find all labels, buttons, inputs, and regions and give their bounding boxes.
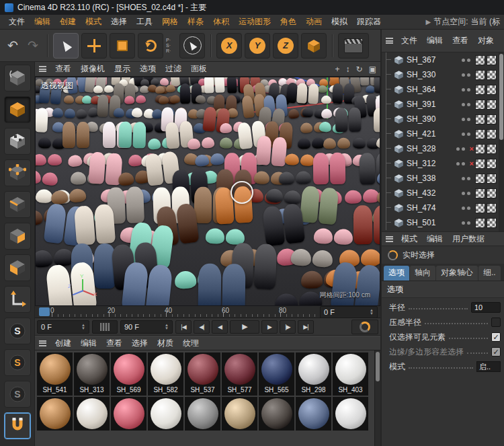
边缘/多边形容差选择-checkbox[interactable]: ✓ (491, 347, 501, 357)
stepper-arrows-icon[interactable]: ▲▼ (165, 324, 169, 330)
end-frame-spinner[interactable]: 90 F ▲▼ (120, 320, 173, 334)
object-menu-文件[interactable]: 文件 (396, 35, 422, 46)
prev-frame-button[interactable]: ◀ (212, 320, 228, 334)
menu-item-创建[interactable]: 创建 (55, 16, 81, 28)
object-name[interactable]: SH_474 (407, 203, 435, 213)
material-item-SH_565[interactable]: SH_565 (259, 352, 294, 396)
visibility-dots[interactable] (462, 59, 470, 62)
object-name[interactable]: SH_501 (407, 218, 435, 227)
visibility-dots[interactable] (456, 162, 465, 165)
hamburger-icon[interactable] (39, 66, 46, 72)
menu-item-网格[interactable]: 网格 (157, 16, 183, 28)
object-name[interactable]: SH_421 (407, 129, 435, 139)
snap-s-icon[interactable]: S (4, 349, 31, 376)
scale-tool-button[interactable] (110, 33, 135, 59)
move-tool-button[interactable] (81, 33, 107, 59)
material-item[interactable] (333, 397, 368, 431)
menu-item-模式[interactable]: 模式 (81, 16, 106, 28)
object-list-scrollbar[interactable] (499, 52, 504, 231)
material-item-SH_582[interactable]: SH_582 (148, 352, 183, 396)
object-row-SH_390[interactable]: SH_390 (382, 112, 504, 126)
object-row-SH_330[interactable]: SH_330 (382, 67, 504, 82)
visibility-dots[interactable] (462, 73, 470, 77)
edge-mode-icon[interactable] (4, 191, 31, 218)
menu-item-跟踪器[interactable]: 跟踪器 (352, 16, 386, 28)
object-row-SH_432[interactable]: SH_432 (382, 186, 504, 200)
object-row-SH_421[interactable]: SH_421 (382, 126, 504, 141)
object-row-SH_338[interactable]: SH_338 (382, 171, 504, 186)
object-row-SH_501[interactable]: SH_501 (382, 215, 504, 230)
material-item[interactable] (222, 397, 257, 431)
material-menu-编辑[interactable]: 编辑 (76, 338, 101, 349)
undo-button[interactable]: ↶ (4, 38, 22, 53)
texture-tag-icon[interactable] (475, 85, 485, 95)
hamburger-icon[interactable] (39, 340, 46, 346)
material-item[interactable] (37, 397, 73, 431)
redo-button[interactable]: ↷ (24, 38, 42, 53)
visibility-dots[interactable] (456, 147, 465, 151)
texture-tag-icon[interactable] (475, 100, 485, 110)
tweak-mode-icon[interactable] (4, 254, 31, 281)
slider-handle-icon[interactable] (100, 323, 110, 331)
texture-tag-icon[interactable] (487, 85, 497, 95)
timeline-ruler[interactable]: 020406080 0 F ▲▼ (35, 306, 380, 318)
pan-view-icon[interactable]: + (335, 65, 340, 74)
material-item[interactable] (259, 397, 294, 431)
texture-tag-icon[interactable] (487, 100, 497, 110)
texture-mode-icon[interactable] (4, 128, 31, 155)
last-tool-button[interactable] (179, 33, 205, 59)
object-row-SH_312[interactable]: SH_312 × (382, 156, 504, 171)
live-selection-tool-button[interactable] (53, 33, 79, 59)
menu-item-体积[interactable]: 体积 (208, 16, 234, 28)
texture-tag-icon[interactable] (475, 129, 485, 139)
object-row-SH_391[interactable]: SH_391 (382, 97, 504, 112)
polygon-mode-icon[interactable] (4, 223, 31, 250)
viewport-scene[interactable] (36, 77, 380, 305)
enable-snap-icon[interactable] (4, 412, 31, 439)
仅选择可见元素-checkbox[interactable]: ✓ (491, 332, 501, 342)
压感半径-checkbox[interactable] (491, 318, 501, 327)
quantize-icon[interactable]: S (4, 381, 31, 408)
rotate-tool-button[interactable] (138, 33, 163, 59)
current-frame-marker[interactable] (39, 307, 50, 316)
半径-input[interactable]: 10 (471, 302, 501, 313)
attribute-menu-编辑[interactable]: 编辑 (422, 233, 448, 245)
current-frame-spinner[interactable]: 0 F ▲▼ (37, 320, 89, 334)
texture-tag-icon[interactable] (487, 70, 497, 80)
render-view-button[interactable] (338, 33, 369, 59)
attribute-menu-用户数据[interactable]: 用户数据 (448, 233, 489, 245)
menu-item-文件[interactable]: 文件 (4, 16, 30, 28)
hamburger-icon[interactable] (386, 236, 393, 242)
tab-对象轴心[interactable]: 对象轴心 (436, 266, 478, 281)
tab-选项[interactable]: 选项 (384, 266, 409, 281)
prev-key-button[interactable]: ◀| (194, 320, 210, 334)
ruler-frame-box[interactable]: 0 F ▲▼ (320, 306, 378, 318)
goto-end-button[interactable]: ▶| (298, 320, 314, 334)
material-scrollbar[interactable] (374, 350, 380, 446)
object-name[interactable]: SH_328 (407, 144, 435, 153)
point-mode-icon[interactable] (4, 159, 31, 186)
texture-tag-icon[interactable] (475, 144, 485, 154)
material-item-SH_298[interactable]: SH_298 (296, 352, 331, 396)
object-menu-查看[interactable]: 查看 (448, 35, 473, 46)
material-menu-选择[interactable]: 选择 (127, 338, 153, 349)
texture-tag-icon[interactable] (475, 174, 485, 184)
toggle-view-icon[interactable]: ▣ (369, 65, 376, 74)
object-row-SH_367[interactable]: SH_367 (382, 52, 504, 67)
material-item-SH_403[interactable]: SH_403 (333, 352, 368, 396)
attribute-menu-模式[interactable]: 模式 (396, 233, 422, 245)
menu-item-模拟[interactable]: 模拟 (327, 16, 352, 28)
visibility-dots[interactable] (462, 88, 470, 91)
texture-tag-icon[interactable] (487, 144, 497, 154)
模式-select[interactable]: 启.. (476, 361, 501, 372)
visibility-dots[interactable] (462, 103, 470, 106)
material-item-SH_577[interactable]: SH_577 (222, 352, 257, 396)
texture-tag-icon[interactable] (475, 70, 485, 80)
menu-item-选择[interactable]: 选择 (106, 16, 132, 28)
material-menu-查看[interactable]: 查看 (101, 338, 127, 349)
visibility-dots[interactable] (462, 207, 470, 210)
viewport-menu-查看[interactable]: 查看 (50, 63, 76, 75)
axis-lock-z-button[interactable]: Z (273, 33, 298, 59)
goto-start-button[interactable]: |◀ (175, 320, 192, 334)
scrollbar-thumb[interactable] (499, 54, 503, 140)
